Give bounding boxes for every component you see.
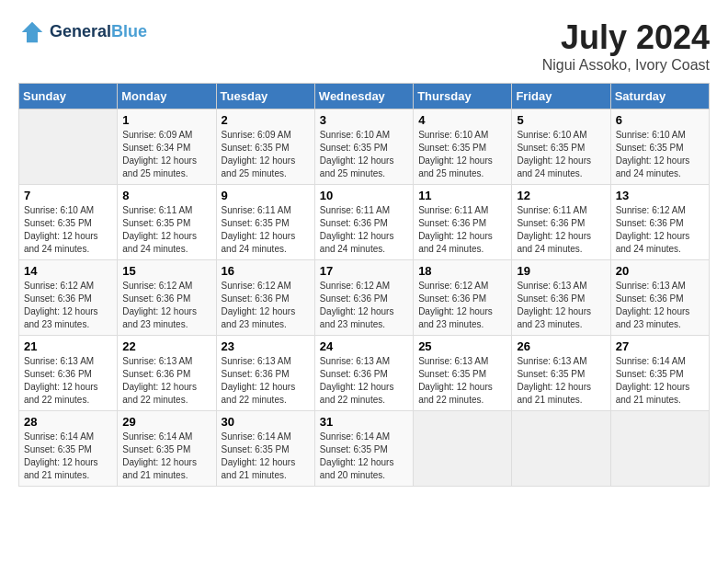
day-number: 24	[320, 339, 408, 353]
day-number: 6	[616, 113, 704, 127]
day-number: 13	[616, 189, 704, 202]
day-number: 14	[24, 264, 112, 278]
day-number: 22	[122, 339, 210, 353]
calendar-cell: 6Sunrise: 6:10 AM Sunset: 6:35 PM Daylig…	[610, 109, 709, 185]
day-info: Sunrise: 6:10 AM Sunset: 6:35 PM Dayligh…	[418, 129, 506, 180]
day-number: 8	[122, 189, 210, 202]
day-info: Sunrise: 6:13 AM Sunset: 6:36 PM Dayligh…	[122, 355, 210, 407]
day-info: Sunrise: 6:13 AM Sunset: 6:36 PM Dayligh…	[320, 355, 408, 407]
day-info: Sunrise: 6:11 AM Sunset: 6:36 PM Dayligh…	[418, 204, 506, 256]
calendar-cell: 17Sunrise: 6:12 AM Sunset: 6:36 PM Dayli…	[314, 260, 413, 336]
calendar-cell: 2Sunrise: 6:09 AM Sunset: 6:35 PM Daylig…	[216, 109, 314, 185]
day-info: Sunrise: 6:14 AM Sunset: 6:35 PM Dayligh…	[222, 431, 310, 482]
day-info: Sunrise: 6:14 AM Sunset: 6:35 PM Dayligh…	[616, 355, 704, 407]
calendar-week-1: 1Sunrise: 6:09 AM Sunset: 6:34 PM Daylig…	[19, 109, 710, 185]
day-number: 2	[222, 113, 310, 127]
calendar-header-row: SundayMondayTuesdayWednesdayThursdayFrid…	[19, 84, 710, 109]
day-info: Sunrise: 6:13 AM Sunset: 6:36 PM Dayligh…	[222, 355, 310, 407]
calendar-cell: 3Sunrise: 6:10 AM Sunset: 6:35 PM Daylig…	[314, 109, 413, 185]
day-info: Sunrise: 6:13 AM Sunset: 6:35 PM Dayligh…	[418, 355, 506, 407]
day-number: 21	[24, 339, 112, 353]
title-block: July 2024 Nigui Assoko, Ivory Coast	[542, 18, 710, 74]
day-info: Sunrise: 6:11 AM Sunset: 6:35 PM Dayligh…	[222, 204, 310, 256]
day-info: Sunrise: 6:11 AM Sunset: 6:36 PM Dayligh…	[320, 204, 408, 256]
day-info: Sunrise: 6:13 AM Sunset: 6:36 PM Dayligh…	[517, 280, 605, 331]
day-info: Sunrise: 6:14 AM Sunset: 6:35 PM Dayligh…	[122, 431, 210, 482]
calendar-cell: 16Sunrise: 6:12 AM Sunset: 6:36 PM Dayli…	[216, 260, 314, 336]
calendar-cell: 15Sunrise: 6:12 AM Sunset: 6:36 PM Dayli…	[118, 260, 216, 336]
day-number: 17	[320, 264, 408, 278]
day-number: 9	[222, 189, 310, 202]
day-info: Sunrise: 6:12 AM Sunset: 6:36 PM Dayligh…	[222, 280, 310, 331]
calendar-week-3: 14Sunrise: 6:12 AM Sunset: 6:36 PM Dayli…	[19, 260, 710, 336]
calendar-table: SundayMondayTuesdayWednesdayThursdayFrid…	[18, 83, 710, 487]
day-info: Sunrise: 6:12 AM Sunset: 6:36 PM Dayligh…	[24, 280, 112, 331]
calendar-cell: 28Sunrise: 6:14 AM Sunset: 6:35 PM Dayli…	[19, 411, 118, 487]
location: Nigui Assoko, Ivory Coast	[542, 57, 710, 74]
day-info: Sunrise: 6:11 AM Sunset: 6:36 PM Dayligh…	[517, 204, 605, 256]
calendar-cell: 7Sunrise: 6:10 AM Sunset: 6:35 PM Daylig…	[19, 185, 118, 260]
calendar-cell: 18Sunrise: 6:12 AM Sunset: 6:36 PM Dayli…	[414, 260, 512, 336]
day-number: 7	[24, 189, 112, 202]
day-info: Sunrise: 6:12 AM Sunset: 6:36 PM Dayligh…	[418, 280, 506, 331]
calendar-cell: 5Sunrise: 6:10 AM Sunset: 6:35 PM Daylig…	[512, 109, 610, 185]
day-number: 26	[517, 339, 605, 353]
calendar-cell: 11Sunrise: 6:11 AM Sunset: 6:36 PM Dayli…	[414, 185, 512, 260]
page-header: GeneralBlue July 2024 Nigui Assoko, Ivor…	[18, 18, 710, 74]
day-info: Sunrise: 6:09 AM Sunset: 6:35 PM Dayligh…	[222, 129, 310, 180]
calendar-week-4: 21Sunrise: 6:13 AM Sunset: 6:36 PM Dayli…	[19, 336, 710, 411]
day-info: Sunrise: 6:10 AM Sunset: 6:35 PM Dayligh…	[24, 204, 112, 256]
calendar-cell: 20Sunrise: 6:13 AM Sunset: 6:36 PM Dayli…	[610, 260, 709, 336]
calendar-cell: 10Sunrise: 6:11 AM Sunset: 6:36 PM Dayli…	[314, 185, 413, 260]
day-info: Sunrise: 6:09 AM Sunset: 6:34 PM Dayligh…	[122, 129, 210, 180]
header-friday: Friday	[512, 84, 610, 109]
day-number: 28	[24, 415, 112, 429]
day-info: Sunrise: 6:13 AM Sunset: 6:36 PM Dayligh…	[24, 355, 112, 407]
calendar-week-2: 7Sunrise: 6:10 AM Sunset: 6:35 PM Daylig…	[19, 185, 710, 260]
header-wednesday: Wednesday	[314, 84, 413, 109]
calendar-cell: 24Sunrise: 6:13 AM Sunset: 6:36 PM Dayli…	[314, 336, 413, 411]
day-number: 31	[320, 415, 408, 429]
day-number: 4	[418, 113, 506, 127]
header-sunday: Sunday	[19, 84, 118, 109]
calendar-cell: 23Sunrise: 6:13 AM Sunset: 6:36 PM Dayli…	[216, 336, 314, 411]
day-number: 23	[222, 339, 310, 353]
header-monday: Monday	[118, 84, 216, 109]
logo: GeneralBlue	[18, 18, 147, 46]
header-tuesday: Tuesday	[216, 84, 314, 109]
day-info: Sunrise: 6:13 AM Sunset: 6:36 PM Dayligh…	[616, 280, 704, 331]
day-number: 5	[517, 113, 605, 127]
day-number: 1	[122, 113, 210, 127]
calendar-cell	[512, 411, 610, 487]
calendar-cell: 26Sunrise: 6:13 AM Sunset: 6:35 PM Dayli…	[512, 336, 610, 411]
day-number: 11	[418, 189, 506, 202]
day-number: 3	[320, 113, 408, 127]
calendar-cell: 19Sunrise: 6:13 AM Sunset: 6:36 PM Dayli…	[512, 260, 610, 336]
calendar-cell: 25Sunrise: 6:13 AM Sunset: 6:35 PM Dayli…	[414, 336, 512, 411]
calendar-cell: 30Sunrise: 6:14 AM Sunset: 6:35 PM Dayli…	[216, 411, 314, 487]
day-info: Sunrise: 6:13 AM Sunset: 6:35 PM Dayligh…	[517, 355, 605, 407]
header-thursday: Thursday	[414, 84, 512, 109]
day-number: 18	[418, 264, 506, 278]
day-number: 19	[517, 264, 605, 278]
calendar-cell: 12Sunrise: 6:11 AM Sunset: 6:36 PM Dayli…	[512, 185, 610, 260]
calendar-cell	[414, 411, 512, 487]
header-saturday: Saturday	[610, 84, 709, 109]
calendar-cell: 22Sunrise: 6:13 AM Sunset: 6:36 PM Dayli…	[118, 336, 216, 411]
day-number: 25	[418, 339, 506, 353]
calendar-cell: 4Sunrise: 6:10 AM Sunset: 6:35 PM Daylig…	[414, 109, 512, 185]
day-number: 30	[222, 415, 310, 429]
day-info: Sunrise: 6:14 AM Sunset: 6:35 PM Dayligh…	[24, 431, 112, 482]
calendar-cell: 21Sunrise: 6:13 AM Sunset: 6:36 PM Dayli…	[19, 336, 118, 411]
day-number: 16	[222, 264, 310, 278]
calendar-cell: 13Sunrise: 6:12 AM Sunset: 6:36 PM Dayli…	[610, 185, 709, 260]
calendar-cell	[610, 411, 709, 487]
calendar-cell: 9Sunrise: 6:11 AM Sunset: 6:35 PM Daylig…	[216, 185, 314, 260]
day-info: Sunrise: 6:10 AM Sunset: 6:35 PM Dayligh…	[517, 129, 605, 180]
svg-marker-0	[22, 22, 43, 43]
calendar-cell: 27Sunrise: 6:14 AM Sunset: 6:35 PM Dayli…	[610, 336, 709, 411]
calendar-cell	[19, 109, 118, 185]
calendar-cell: 8Sunrise: 6:11 AM Sunset: 6:35 PM Daylig…	[118, 185, 216, 260]
day-info: Sunrise: 6:12 AM Sunset: 6:36 PM Dayligh…	[122, 280, 210, 331]
day-number: 29	[122, 415, 210, 429]
